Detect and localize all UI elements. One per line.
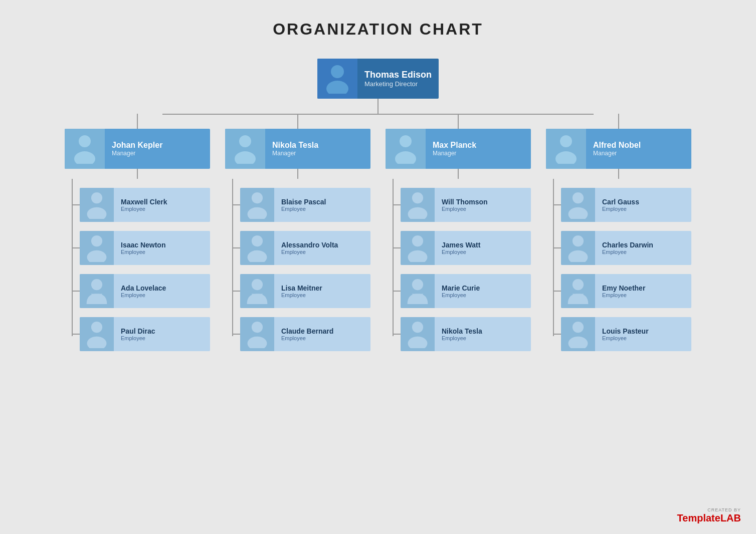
employee-row: Charles Darwin Employee xyxy=(561,231,691,265)
manager-column-3: Alfred Nobel Manager Carl Gauss Employee… xyxy=(546,129,691,351)
watermark: CREATED BY TemplateLAB xyxy=(677,507,741,524)
svg-point-14 xyxy=(248,207,267,219)
employee-node: Charles Darwin Employee xyxy=(561,231,691,265)
employee-row: Will Thomson Employee xyxy=(401,188,531,222)
svg-point-13 xyxy=(252,192,263,203)
employee-row: Louis Pasteur Employee xyxy=(561,317,691,351)
org-chart: ORGANIZATION CHART Thomas Edison Marketi… xyxy=(10,20,746,351)
svg-point-30 xyxy=(555,151,577,164)
employee-row: Emy Noether Employee xyxy=(561,274,691,308)
node-text: James Watt Employee xyxy=(435,238,487,258)
node-name: Paul Dirac xyxy=(121,327,155,335)
node-role: Employee xyxy=(442,292,480,298)
node-role: Employee xyxy=(602,206,639,212)
employee-node: Blaise Pascal Employee xyxy=(240,188,370,222)
root-role: Marketing Director xyxy=(364,80,432,88)
svg-point-4 xyxy=(91,192,102,203)
svg-point-12 xyxy=(235,151,256,164)
svg-point-5 xyxy=(87,207,107,219)
watermark-brand: TemplateLAB xyxy=(677,512,741,524)
employee-node: Alessandro Volta Employee xyxy=(240,231,370,265)
node-name: Isaac Newton xyxy=(121,241,165,249)
svg-point-37 xyxy=(569,337,588,348)
node-text: Ada Lovelace Employee xyxy=(114,281,173,301)
employee-row: Isaac Newton Employee xyxy=(80,231,210,265)
employees-container: Carl Gauss Employee Charles Darwin Emplo… xyxy=(546,179,691,351)
employee-row: Blaise Pascal Employee xyxy=(240,188,370,222)
node-text: Isaac Newton Employee xyxy=(114,238,172,258)
svg-point-7 xyxy=(87,250,107,262)
employee-node: Isaac Newton Employee xyxy=(80,231,210,265)
svg-point-0 xyxy=(331,65,344,78)
employee-node: Lisa Meitner Employee xyxy=(240,274,370,308)
svg-point-23 xyxy=(408,207,428,219)
employee-node: Nikola Tesla Employee xyxy=(401,317,531,351)
svg-point-15 xyxy=(252,235,263,246)
manager-column-0: Johan Kepler Manager Maxwell Clerk Emplo… xyxy=(65,129,210,351)
node-role: Employee xyxy=(121,249,165,255)
svg-point-28 xyxy=(408,337,428,348)
employee-row: Nikola Tesla Employee xyxy=(401,317,531,351)
node-name: Nikola Tesla xyxy=(442,327,482,335)
avatar xyxy=(80,188,114,222)
svg-point-21 xyxy=(395,151,416,164)
node-role: Employee xyxy=(442,249,480,255)
node-text: Marie Curie Employee xyxy=(435,281,487,301)
employees-container: Maxwell Clerk Employee Isaac Newton Empl… xyxy=(65,179,210,351)
node-role: Employee xyxy=(281,292,322,298)
manager-column-2: Max Planck Manager Will Thomson Employee… xyxy=(386,129,531,351)
svg-point-1 xyxy=(326,81,348,94)
node-text: Nikola Tesla Manager xyxy=(265,138,325,160)
avatar xyxy=(561,274,595,308)
node-name: Will Thomson xyxy=(442,198,488,206)
avatar xyxy=(561,317,595,351)
manager-node: Nikola Tesla Manager xyxy=(225,129,370,169)
employee-node: Ada Lovelace Employee xyxy=(80,274,210,308)
node-name: Nikola Tesla xyxy=(272,141,318,150)
svg-point-36 xyxy=(573,322,584,333)
node-text: Johan Kepler Manager xyxy=(105,138,169,160)
avatar xyxy=(561,188,595,222)
employee-node: Marie Curie Employee xyxy=(401,274,531,308)
brand-normal: Template xyxy=(677,512,720,523)
node-name: Emy Noether xyxy=(602,284,645,292)
svg-point-3 xyxy=(74,151,95,164)
svg-point-27 xyxy=(412,322,423,333)
svg-point-10 xyxy=(87,337,107,348)
root-name: Thomas Edison xyxy=(364,70,432,80)
node-name: Johan Kepler xyxy=(112,141,162,150)
node-text: Alfred Nobel Manager xyxy=(586,138,648,160)
node-text: Claude Bernard Employee xyxy=(274,324,340,344)
employee-node: Carl Gauss Employee xyxy=(561,188,691,222)
manager-to-employees-connector xyxy=(137,169,138,179)
manager-column-1: Nikola Tesla Manager Blaise Pascal Emplo… xyxy=(225,129,370,351)
avatar xyxy=(240,231,274,265)
svg-point-26 xyxy=(412,279,423,290)
employee-node: Paul Dirac Employee xyxy=(80,317,210,351)
root-level: Thomas Edison Marketing Director xyxy=(317,59,439,99)
employee-row: Alessandro Volta Employee xyxy=(240,231,370,265)
employee-node: Louis Pasteur Employee xyxy=(561,317,691,351)
avatar xyxy=(240,317,274,351)
root-text: Thomas Edison Marketing Director xyxy=(357,67,439,91)
node-text: Maxwell Clerk Employee xyxy=(114,195,174,215)
svg-point-11 xyxy=(239,135,251,147)
page-title: ORGANIZATION CHART xyxy=(273,20,483,39)
employees-container: Blaise Pascal Employee Alessandro Volta … xyxy=(225,179,370,351)
root-node: Thomas Edison Marketing Director xyxy=(317,59,439,99)
employee-row: Lisa Meitner Employee xyxy=(240,274,370,308)
avatar xyxy=(401,188,435,222)
svg-point-35 xyxy=(573,279,584,290)
node-role: Employee xyxy=(281,335,333,341)
svg-point-20 xyxy=(400,135,412,147)
manager-node: Alfred Nobel Manager xyxy=(546,129,691,169)
avatar xyxy=(65,129,105,169)
node-name: Max Planck xyxy=(433,141,476,150)
node-name: James Watt xyxy=(442,241,480,249)
node-name: Claude Bernard xyxy=(281,327,333,335)
employee-row: Paul Dirac Employee xyxy=(80,317,210,351)
employee-node: James Watt Employee xyxy=(401,231,531,265)
svg-point-33 xyxy=(573,235,584,246)
manager-card-wrapper: Nikola Tesla Manager xyxy=(225,129,370,169)
root-connector xyxy=(162,99,594,129)
